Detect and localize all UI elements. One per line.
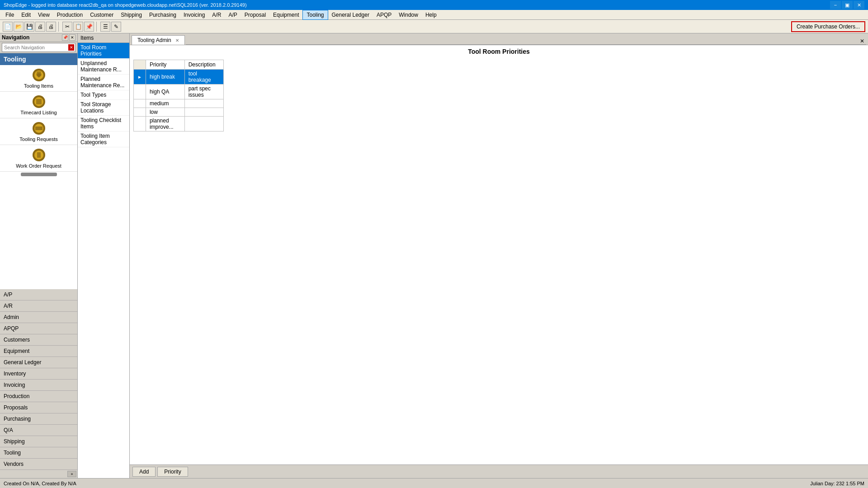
sidebar-item-shipping[interactable]: Shipping — [0, 436, 77, 447]
timecard-label: Timecard Listing — [20, 110, 57, 115]
search-clear-button[interactable]: ✕ — [68, 44, 74, 51]
priority-cell[interactable]: high QA — [146, 84, 184, 99]
sidebar-item-apqp[interactable]: APQP — [0, 323, 77, 334]
items-list-item-planned[interactable]: Planned Maintenance Re... — [78, 75, 129, 90]
table-row[interactable]: medium — [134, 99, 224, 108]
sidebar-item-equipment[interactable]: Equipment — [0, 346, 77, 357]
toolbar-cut-button[interactable]: ✂ — [62, 22, 72, 32]
menu-edit[interactable]: Edit — [18, 10, 34, 20]
minimize-button[interactable]: − — [830, 1, 841, 9]
priority-cell[interactable]: high break — [146, 70, 184, 84]
tab-tooling-admin[interactable]: Tooling Admin ✕ — [132, 35, 185, 45]
items-list-item-checklist[interactable]: Tooling Checklist Items — [78, 116, 129, 131]
tab-area-close-button[interactable]: ✕ — [860, 38, 866, 45]
nav-close-button[interactable]: ✕ — [69, 34, 75, 41]
description-cell[interactable] — [184, 108, 223, 117]
sidebar-item-general-ledger[interactable]: General Ledger — [0, 357, 77, 368]
description-cell[interactable] — [184, 117, 223, 131]
priority-cell[interactable]: medium — [146, 99, 184, 108]
title-bar-left: ShopEdge - logged into database react2db… — [4, 2, 247, 8]
menu-general-ledger[interactable]: General Ledger — [328, 10, 373, 20]
priority-cell[interactable]: planned improve... — [146, 117, 184, 131]
row-arrow-selected: ► — [134, 70, 146, 84]
toolbar-extra-button[interactable]: ☰ — [100, 22, 110, 32]
toolbar-paste-button[interactable]: 📌 — [84, 22, 94, 32]
sidebar-item-ar[interactable]: A/R — [0, 300, 77, 312]
maximize-button[interactable]: ▣ — [842, 1, 853, 9]
nav-icon-timecard[interactable]: Timecard Listing — [0, 92, 77, 118]
sidebar-item-purchasing[interactable]: Purchasing — [0, 413, 77, 425]
sidebar-item-production[interactable]: Production — [0, 391, 77, 402]
menu-production[interactable]: Production — [53, 10, 86, 20]
col-header-priority[interactable]: Priority — [146, 60, 184, 70]
priority-button[interactable]: Priority — [157, 467, 188, 477]
nav-section-tooling[interactable]: Tooling — [0, 53, 77, 65]
toolbar-open-button[interactable]: 📂 — [14, 22, 24, 32]
menu-help[interactable]: Help — [422, 10, 440, 20]
toolbar-print-button[interactable]: 🖨 — [35, 22, 45, 32]
title-bar: ShopEdge - logged into database react2db… — [0, 0, 868, 10]
description-cell[interactable]: tool breakage — [184, 70, 223, 84]
add-button[interactable]: Add — [132, 467, 156, 477]
toolbar-save-button[interactable]: 💾 — [24, 22, 34, 32]
menu-purchasing[interactable]: Purchasing — [146, 10, 180, 20]
nav-expand-button[interactable]: » — [67, 471, 76, 477]
toolbar-new-button[interactable]: 📄 — [3, 22, 13, 32]
items-list-item-tool-types[interactable]: Tool Types — [78, 90, 129, 100]
sidebar-item-tooling[interactable]: Tooling — [0, 447, 77, 459]
items-header: Items — [78, 33, 129, 43]
sidebar-item-qa[interactable]: Q/A — [0, 425, 77, 436]
menu-bar: File Edit View Production Customer Shipp… — [0, 10, 868, 20]
description-cell[interactable] — [184, 99, 223, 108]
title-bar-controls: − ▣ ✕ — [830, 1, 864, 9]
menu-proposal[interactable]: Proposal — [241, 10, 269, 20]
sidebar-item-proposals[interactable]: Proposals — [0, 402, 77, 413]
menu-apqp[interactable]: APQP — [373, 10, 395, 20]
sidebar-item-invoicing[interactable]: Invoicing — [0, 380, 77, 391]
create-po-button[interactable]: Create Purchase Orders... — [791, 21, 865, 32]
menu-tooling[interactable]: Tooling — [302, 10, 328, 20]
items-list-item-unplanned[interactable]: Unplanned Maintenance R... — [78, 59, 129, 75]
close-button[interactable]: ✕ — [854, 1, 864, 9]
sidebar-item-admin[interactable]: Admin — [0, 312, 77, 323]
menu-file[interactable]: File — [2, 10, 18, 20]
tab-close-icon[interactable]: ✕ — [175, 38, 179, 43]
nav-scroll-indicator[interactable] — [21, 173, 57, 176]
menu-shipping[interactable]: Shipping — [117, 10, 146, 20]
tabs-bar: Tooling Admin ✕ ✕ — [130, 33, 868, 45]
toolbar: 📄 📂 💾 🖨 🖨 ✂ 📋 📌 ☰ ✎ Create Purchase Orde… — [0, 20, 868, 33]
table-row[interactable]: high QA part spec issues — [134, 84, 224, 99]
menu-equipment[interactable]: Equipment — [269, 10, 302, 20]
table-row[interactable]: ► high break tool breakage — [134, 70, 224, 84]
items-list-item-tool-room[interactable]: Tool Room Priorities — [78, 43, 129, 59]
items-list-item-categories[interactable]: Tooling Item Categories — [78, 131, 129, 147]
sidebar-item-customers[interactable]: Customers — [0, 334, 77, 346]
table-row[interactable]: low — [134, 108, 224, 117]
menu-ap[interactable]: A/P — [225, 10, 241, 20]
nav-icon-work-order[interactable]: Work Order Request — [0, 145, 77, 172]
table-row[interactable]: planned improve... — [134, 117, 224, 131]
menu-view[interactable]: View — [34, 10, 53, 20]
toolbar-extra2-button[interactable]: ✎ — [111, 22, 121, 32]
items-list-item-storage[interactable]: Tool Storage Locations — [78, 100, 129, 116]
menu-customer[interactable]: Customer — [86, 10, 117, 20]
description-cell[interactable]: part spec issues — [184, 84, 223, 99]
toolbar-print2-button[interactable]: 🖨 — [46, 22, 56, 32]
menu-invoicing[interactable]: Invoicing — [180, 10, 208, 20]
search-input[interactable] — [2, 45, 68, 50]
tooling-items-label: Tooling Items — [24, 83, 53, 89]
toolbar-separator-1 — [58, 22, 60, 32]
main-area-wrapper: Items Tool Room Priorities Unplanned Mai… — [78, 33, 868, 478]
menu-ar[interactable]: A/R — [208, 10, 225, 20]
sidebar-item-ap[interactable]: A/P — [0, 289, 77, 300]
sidebar-item-inventory[interactable]: Inventory — [0, 368, 77, 380]
row-selector — [134, 117, 146, 131]
toolbar-copy-button[interactable]: 📋 — [73, 22, 83, 32]
nav-icon-tooling-items[interactable]: Tooling Items — [0, 65, 77, 92]
menu-window[interactable]: Window — [395, 10, 422, 20]
nav-pin-button[interactable]: 📌 — [62, 34, 68, 41]
sidebar-item-vendors[interactable]: Vendors — [0, 459, 77, 470]
col-header-description[interactable]: Description — [184, 60, 223, 70]
nav-icon-tooling-requests[interactable]: Tooling Requests — [0, 118, 77, 145]
priority-cell[interactable]: low — [146, 108, 184, 117]
